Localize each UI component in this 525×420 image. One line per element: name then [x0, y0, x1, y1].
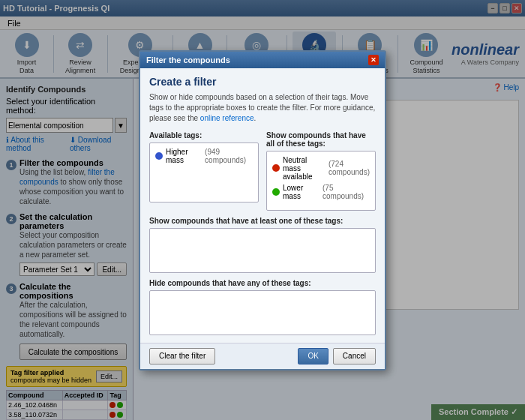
modal-footer-actions: OK Cancel	[298, 348, 376, 364]
show-all-tags-list: Neutral mass available (724 compounds) L…	[266, 151, 376, 211]
show-all-tags-col: Show compounds that have all of these ta…	[266, 131, 376, 211]
neutral-mass-label: Neutral mass available	[283, 156, 324, 181]
modal-create-filter-title: Create a filter	[149, 76, 376, 88]
modal-overlay: Filter the compounds ✕ Create a filter S…	[0, 0, 525, 420]
filter-modal: Filter the compounds ✕ Create a filter S…	[139, 50, 386, 370]
available-tags-list: Higher mass (949 compounds)	[149, 142, 259, 202]
show-any-box	[149, 228, 376, 273]
cancel-button[interactable]: Cancel	[333, 348, 376, 364]
online-reference-link[interactable]: online reference	[200, 114, 254, 122]
higher-mass-count: (949 compounds)	[205, 148, 253, 164]
show-any-section: Show compounds that have at least one of…	[149, 217, 376, 273]
modal-body: Create a filter Show or hide compounds b…	[140, 68, 385, 343]
show-any-title: Show compounds that have at least one of…	[149, 217, 376, 225]
hide-section: Hide compounds that have any of these ta…	[149, 279, 376, 335]
lower-mass-dot	[272, 188, 280, 196]
available-tags-title: Available tags:	[149, 131, 259, 140]
ok-button[interactable]: OK	[298, 348, 328, 364]
modal-columns: Available tags: Higher mass (949 compoun…	[149, 131, 376, 211]
modal-footer: Clear the filter OK Cancel	[140, 343, 385, 369]
hide-box	[149, 290, 376, 335]
modal-description: Show or hide compounds based on a select…	[149, 92, 376, 124]
modal-close-button[interactable]: ✕	[368, 55, 379, 65]
modal-title-text: Filter the compounds	[146, 56, 230, 64]
higher-mass-dot	[155, 152, 163, 160]
show-all-tags-title: Show compounds that have all of these ta…	[266, 131, 376, 148]
lower-mass-label: Lower mass	[283, 184, 318, 200]
available-tags-col: Available tags: Higher mass (949 compoun…	[149, 131, 259, 211]
neutral-mass-count: (724 compounds)	[328, 160, 370, 176]
hide-title: Hide compounds that have any of these ta…	[149, 279, 376, 287]
higher-mass-label: Higher mass	[166, 148, 200, 164]
neutral-mass-dot	[272, 164, 280, 172]
clear-filter-button[interactable]: Clear the filter	[149, 348, 215, 364]
available-tag-higher-mass[interactable]: Higher mass (949 compounds)	[153, 146, 255, 166]
show-tag-neutral-mass[interactable]: Neutral mass available (724 compounds)	[270, 154, 372, 182]
lower-mass-count: (75 compounds)	[322, 184, 370, 200]
show-tag-lower-mass[interactable]: Lower mass (75 compounds)	[270, 182, 372, 202]
modal-titlebar: Filter the compounds ✕	[140, 52, 385, 68]
